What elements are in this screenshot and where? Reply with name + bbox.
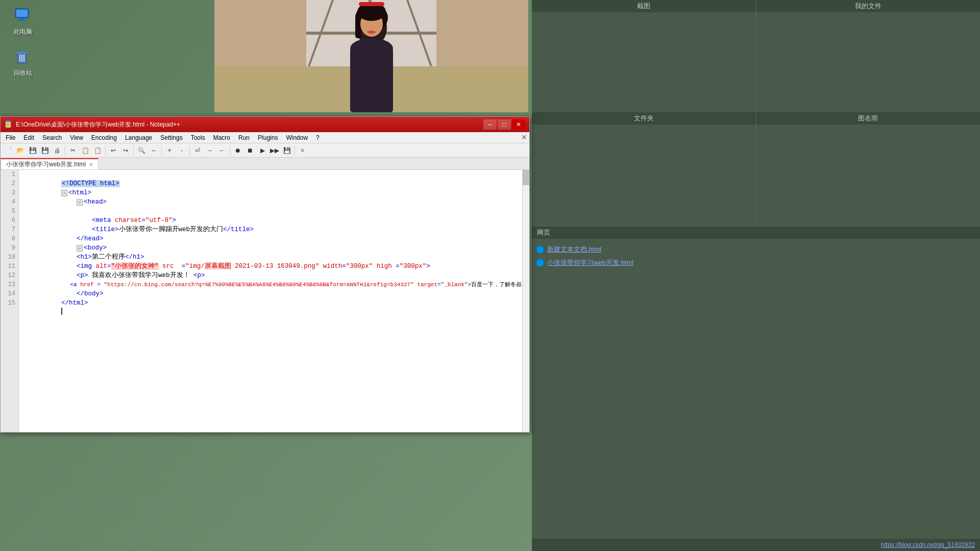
header-myfiles: 我的文件: [756, 0, 981, 12]
title-bar-text: E:\OneDrive\桌面\小张张带你学习web开发.html - Notep…: [16, 120, 483, 129]
notepad-app-icon: [5, 120, 13, 129]
toolbar-copy[interactable]: 📋: [80, 145, 91, 156]
toolbar-undo[interactable]: ↩: [108, 145, 119, 156]
toolbar-redo[interactable]: ↪: [120, 145, 131, 156]
webpage-link-2[interactable]: 🌐 小张张带你学习web开发.html: [536, 256, 976, 269]
svg-rect-3: [18, 20, 26, 21]
toolbar-print[interactable]: 🖨: [52, 145, 63, 156]
toolbar-indent[interactable]: →: [204, 145, 215, 156]
title-bar: E:\OneDrive\桌面\小张张带你学习web开发.html - Notep…: [1, 117, 529, 132]
ln-12: 12: [1, 271, 18, 280]
toolbar-replace[interactable]: ↔: [148, 145, 159, 156]
maximize-button[interactable]: □: [498, 119, 511, 130]
menu-view[interactable]: View: [67, 133, 86, 142]
toolbar-macro-play[interactable]: ▶: [257, 145, 268, 156]
toolbar-saveall[interactable]: 💾: [39, 145, 51, 156]
menu-encoding[interactable]: Encoding: [88, 133, 120, 142]
header-recent: 图名雨: [756, 112, 981, 124]
webpage-content: 🌐 新建文本文档.html 🌐 小张张带你学习web开发.html: [532, 239, 980, 539]
ln-14: 14: [1, 289, 18, 298]
toolbar-save[interactable]: 💾: [27, 145, 38, 156]
menu-bar: File Edit Search View Encoding Language …: [1, 132, 529, 143]
sep1: [65, 146, 65, 155]
ln-7: 7: [1, 225, 18, 234]
ln-4: 4: [1, 197, 18, 207]
sep4: [161, 146, 162, 155]
ln-13: 13: [1, 280, 18, 289]
link2-text[interactable]: 小张张带你学习web开发.html: [547, 258, 633, 267]
minimize-button[interactable]: ─: [483, 119, 497, 130]
toolbar-wordwrap[interactable]: ⏎: [192, 145, 203, 156]
menu-macro[interactable]: Macro: [210, 133, 233, 142]
menu-help[interactable]: ?: [313, 133, 323, 142]
toolbar-macro-save[interactable]: 💾: [281, 145, 292, 156]
toolbar-syntax[interactable]: ≡: [297, 145, 308, 156]
toolbar-zoomin[interactable]: +: [164, 145, 175, 156]
toolbar-deindent[interactable]: ←: [216, 145, 228, 156]
svg-rect-2: [20, 18, 24, 20]
toolbar-zoomout[interactable]: -: [176, 145, 187, 156]
webpage-link-1[interactable]: 🌐 新建文本文档.html: [536, 243, 976, 256]
menu-run[interactable]: Run: [235, 133, 253, 142]
toolbar-macro-rec[interactable]: ⏺: [232, 145, 243, 156]
toolbar: 📄 📂 💾 💾 🖨 ✂ 📋 📋 ↩ ↪ 🔍 ↔ + - ⏎ → ← ⏺ ⏹: [1, 143, 529, 158]
screenshots-area: [532, 12, 756, 112]
recycle-bin-label: 回收站: [14, 69, 32, 78]
ln-10: 10: [1, 253, 18, 262]
tab-label: 小张张带你学习web开发.html: [6, 160, 86, 169]
toolbar-open[interactable]: 📂: [15, 145, 26, 156]
toolbar-macro-stop[interactable]: ⏹: [244, 145, 256, 156]
toolbar-new[interactable]: 📄: [3, 145, 14, 156]
code-line-1: <!DOCTYPE html>: [23, 170, 518, 179]
menu-file[interactable]: File: [3, 133, 18, 142]
ln-8: 8: [1, 234, 18, 243]
tab-bar: 小张张带你学习web开发.html ✕: [1, 158, 529, 170]
fold-2: -: [61, 190, 67, 196]
active-tab[interactable]: 小张张带你学习web开发.html ✕: [1, 158, 99, 169]
ln-6: 6: [1, 216, 18, 225]
recycle-bin-icon[interactable]: 回收站: [5, 46, 41, 78]
toolbar-paste[interactable]: 📋: [92, 145, 103, 156]
menu-tools[interactable]: Tools: [188, 133, 208, 142]
menu-edit[interactable]: Edit: [20, 133, 37, 142]
close-button[interactable]: ✕: [512, 119, 525, 130]
this-pc-image: [13, 5, 33, 26]
html-open: <html>: [68, 189, 91, 196]
toolbar-find[interactable]: 🔍: [136, 145, 147, 156]
menu-window[interactable]: Window: [283, 133, 311, 142]
link1-text[interactable]: 新建文本文档.html: [547, 245, 601, 254]
video-area: [214, 0, 528, 112]
tab-close[interactable]: ✕: [89, 162, 93, 167]
desktop-icons: 此电脑 回收站: [5, 5, 41, 78]
myfiles-area: [756, 12, 981, 112]
svg-point-27: [368, 31, 376, 34]
title-bar-buttons: ─ □ ✕: [483, 119, 525, 130]
toolbar-cut[interactable]: ✂: [67, 145, 79, 156]
menu-bar-close[interactable]: ✕: [521, 133, 527, 141]
status-bar: https://blog.csdn.net/qq_51932922: [532, 539, 980, 551]
this-pc-icon[interactable]: 此电脑: [5, 5, 41, 36]
svg-rect-6: [16, 52, 28, 54]
ln-1: 1: [1, 170, 18, 179]
toolbar-macro-run[interactable]: ▶▶: [269, 145, 280, 156]
folders-area: [532, 124, 756, 227]
right-panel: 截图 我的文件 文件夹 图名雨 网页 🌐 新建文本文档.html: [532, 0, 980, 551]
code-area: 1 2 3 4 5 6 7 8 9 10 11 12 13 14 15 <!DO…: [1, 170, 529, 432]
svg-rect-22: [355, 18, 361, 38]
scrollbar-thumb[interactable]: [523, 170, 529, 185]
recycle-bin-image: [13, 46, 33, 67]
menu-language[interactable]: Language: [122, 133, 155, 142]
menu-settings[interactable]: Settings: [157, 133, 185, 142]
meta-tag: <meta: [92, 217, 115, 224]
code-line-5: <meta charset="utf-8">: [23, 207, 518, 216]
status-url[interactable]: https://blog.csdn.net/qq_51932922: [881, 541, 975, 548]
menu-search[interactable]: Search: [39, 133, 65, 142]
svg-rect-26: [350, 48, 393, 112]
sep3: [133, 146, 134, 155]
code-line-15: [23, 298, 518, 308]
cursor: [61, 308, 62, 315]
top-headers: 截图 我的文件: [532, 0, 980, 12]
scrollbar[interactable]: [522, 170, 529, 432]
menu-plugins[interactable]: Plugins: [255, 133, 281, 142]
code-content[interactable]: <!DOCTYPE html> -<html> -<head> <meta ch…: [19, 170, 522, 432]
